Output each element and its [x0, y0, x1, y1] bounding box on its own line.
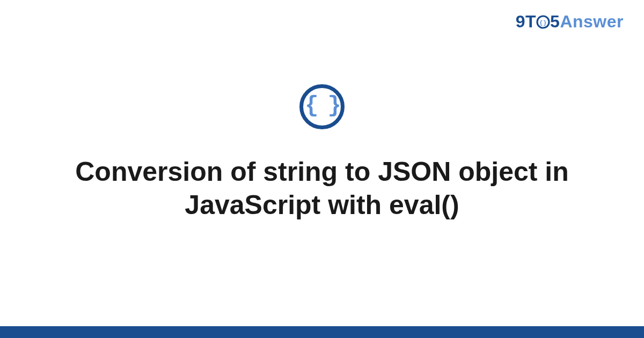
main-content: { } Conversion of string to JSON object …	[0, 0, 644, 338]
json-braces-icon: { }	[299, 84, 345, 129]
page-title: Conversion of string to JSON object in J…	[64, 155, 580, 222]
footer-accent-bar	[0, 326, 644, 338]
braces-glyph: { }	[305, 94, 339, 117]
